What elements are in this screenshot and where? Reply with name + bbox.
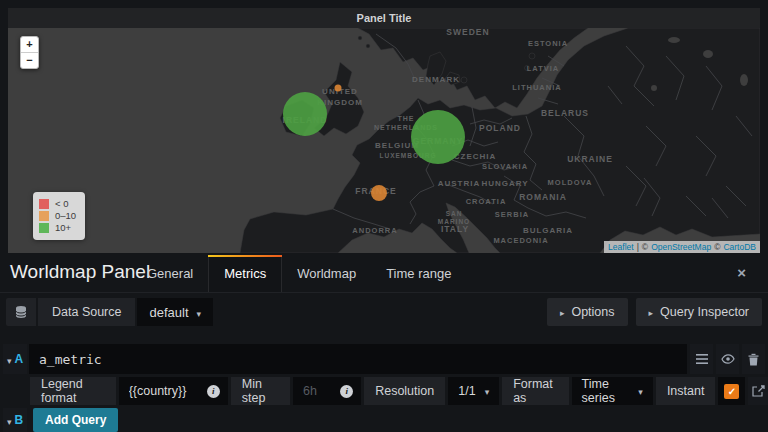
editor-tabs: General Metrics Worldmap Time range [132, 255, 466, 292]
svg-text:SAN: SAN [446, 210, 463, 217]
query-refid: A [14, 352, 23, 366]
map-attribution: Leaflet | © OpenStreetMap © CartoDB [604, 241, 760, 253]
chevron-down-icon [197, 305, 202, 320]
chevron-right-icon [560, 305, 565, 319]
tab-general[interactable]: General [132, 255, 208, 292]
svg-text:BULGARIA: BULGARIA [523, 226, 573, 235]
format-as-select[interactable]: Time series [572, 377, 653, 405]
cartodb-link[interactable]: CartoDB [723, 242, 756, 252]
svg-text:ESTONIA: ESTONIA [528, 39, 568, 48]
query-collapse-toggle[interactable]: A [3, 344, 27, 374]
datasource-label: Data Source [38, 298, 135, 326]
svg-text:THE: THE [398, 115, 415, 122]
worldmap[interactable]: SWEDENESTONIALATVIALITHUANIADENMARKBELAR… [8, 28, 760, 253]
svg-text:LATVIA: LATVIA [527, 64, 560, 73]
datasource-select[interactable]: default [137, 298, 213, 326]
resolution-value: 1/1 [458, 384, 475, 398]
trash-icon [748, 353, 759, 366]
svg-text:BELARUS: BELARUS [541, 108, 589, 118]
database-icon [14, 305, 28, 319]
tab-time-range[interactable]: Time range [371, 255, 466, 292]
chevron-down-icon [7, 350, 12, 368]
query-inspector-label: Query Inspector [660, 305, 749, 319]
eye-icon [721, 354, 735, 364]
info-icon [207, 385, 220, 398]
copyright-symbol: © [714, 242, 720, 252]
map-zoom-control: + − [20, 36, 39, 69]
format-as-label: Format as [502, 377, 568, 405]
metric-circle [283, 92, 327, 136]
worldmap-panel: Panel Title SWEDE [8, 8, 760, 253]
panel-editor-header: Worldmap Panel General Metrics Worldmap … [0, 254, 768, 293]
svg-text:ITALY: ITALY [441, 224, 469, 234]
legend-label: 10+ [55, 223, 71, 233]
attribution-separator: | [637, 242, 639, 252]
svg-text:UKRAINE: UKRAINE [567, 154, 613, 164]
query-refid-b: B [14, 413, 23, 427]
query-options-row: Legend format Min step Resolution 1/1 Fo… [30, 377, 768, 405]
tab-worldmap[interactable]: Worldmap [282, 255, 371, 292]
panel-title: Panel Title [8, 8, 760, 28]
query-disable-button[interactable] [716, 344, 739, 374]
query-delete-button[interactable] [742, 344, 765, 374]
info-icon [340, 385, 353, 398]
legend-format-label: Legend format [30, 377, 116, 405]
map-legend: < 00–1010+ [33, 192, 85, 240]
svg-text:HUNGARY: HUNGARY [481, 179, 528, 188]
svg-text:MACEDONIA: MACEDONIA [493, 236, 548, 245]
legend-item: 10+ [39, 223, 76, 233]
resolution-select[interactable]: 1/1 [448, 377, 499, 405]
query-row-b: B Add Query [3, 408, 118, 432]
options-button[interactable]: Options [547, 298, 628, 326]
metric-circle [335, 85, 342, 92]
legend-swatch [39, 211, 49, 221]
resolution-label: Resolution [364, 377, 445, 405]
legend-label: 0–10 [55, 211, 76, 221]
close-icon[interactable]: × [737, 265, 746, 280]
query-inspector-button[interactable]: Query Inspector [636, 298, 762, 326]
min-step-label: Min step [231, 377, 290, 405]
legend-swatch [39, 223, 49, 233]
query-row-a: A a_metric [3, 344, 765, 374]
chevron-down-icon [7, 411, 12, 429]
leaflet-link[interactable]: Leaflet [608, 242, 634, 252]
svg-text:ANDORRA: ANDORRA [352, 226, 397, 235]
legend-label: < 0 [55, 199, 68, 209]
metric-circle [371, 185, 387, 201]
datasource-value: default [149, 305, 188, 320]
chevron-down-icon [638, 384, 643, 398]
editor-title: Worldmap Panel [10, 261, 150, 283]
zoom-in-button[interactable]: + [21, 37, 38, 52]
svg-text:CROATIA: CROATIA [466, 197, 507, 206]
format-as-value: Time series [582, 377, 630, 405]
query-toolbar: Data Source default Options Query Inspec… [6, 298, 762, 326]
chevron-right-icon [649, 305, 654, 319]
min-step-input[interactable] [301, 383, 334, 399]
query-collapse-toggle-b[interactable]: B [3, 408, 27, 432]
svg-text:DENMARK: DENMARK [412, 75, 460, 84]
datasource-icon-cell [6, 298, 36, 326]
instant-label: Instant [656, 377, 716, 405]
europe-map-svg: SWEDENESTONIALATVIALITHUANIADENMARKBELAR… [8, 28, 760, 253]
legend-item: 0–10 [39, 211, 76, 221]
tab-metrics[interactable]: Metrics [208, 255, 282, 292]
svg-text:SLOVAKIA: SLOVAKIA [482, 162, 528, 171]
svg-text:MOLDOVA: MOLDOVA [548, 178, 593, 187]
copyright-symbol: © [642, 242, 648, 252]
zoom-out-button[interactable]: − [21, 52, 38, 68]
instant-checkbox[interactable] [724, 384, 739, 399]
query-menu-button[interactable] [690, 344, 713, 374]
instant-checkbox-cell [718, 377, 745, 405]
query-expression-input[interactable]: a_metric [29, 344, 687, 374]
add-query-button[interactable]: Add Query [33, 408, 118, 432]
svg-text:ROMANIA: ROMANIA [519, 192, 567, 202]
svg-text:AUSTRIA: AUSTRIA [438, 179, 481, 188]
openstreetmap-link[interactable]: OpenStreetMap [651, 242, 711, 252]
query-share-button[interactable] [748, 377, 768, 405]
svg-text:LITHUANIA: LITHUANIA [512, 83, 561, 92]
chevron-down-icon [485, 384, 490, 398]
legend-format-input[interactable] [127, 383, 201, 399]
options-label: Options [571, 305, 614, 319]
legend-item: < 0 [39, 199, 76, 209]
svg-text:SERBIA: SERBIA [495, 210, 529, 219]
